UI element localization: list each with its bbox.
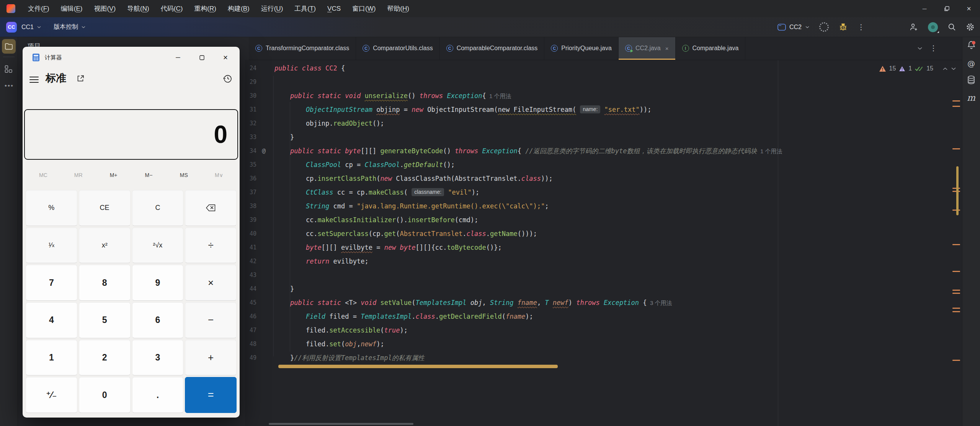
window-minimize-button[interactable]: ─ [913,0,936,17]
more-actions-icon[interactable]: ⋮ [858,24,865,31]
calc-key-+[interactable]: + [185,340,237,376]
calc-key-¹⁄ₓ[interactable]: ¹⁄x [26,228,77,264]
line-number: 32 [245,116,256,130]
project-badge[interactable]: CC [6,22,17,33]
menu-item-9[interactable]: 工具(T) [289,0,322,17]
code-line-45: public static <T> void setValue(Template… [274,296,672,310]
project-tool-window-button[interactable] [2,39,16,54]
calc-key-x²[interactable]: x² [79,228,131,264]
add-user-icon[interactable] [909,23,918,32]
menu-item-6[interactable]: 重构(R) [188,0,222,17]
line-number: 37 [245,185,256,199]
calc-key-7[interactable]: 7 [26,265,77,301]
menu-item-12[interactable]: 帮助(H) [381,0,415,17]
calc-key-−[interactable]: − [185,302,237,338]
vertical-scrollbar-thumb[interactable] [956,166,959,215]
menu-item-8[interactable]: 运行(U) [255,0,289,17]
memory-button-MC[interactable]: MC [26,169,61,182]
calc-minimize-button[interactable]: ─ [166,47,190,68]
tab-close-icon[interactable]: × [665,45,669,52]
code-line-44: } [274,282,294,296]
calc-key-4[interactable]: 4 [26,302,77,338]
next-problem-chevron-icon[interactable] [951,67,956,70]
horizontal-scrollbar-thumb[interactable] [278,365,558,368]
tab-PriorityQueue.java[interactable]: CPriorityQueue.java [544,37,619,60]
right-margin-guide [778,60,778,426]
calc-key-6[interactable]: 6 [132,302,184,338]
warning-triangle-icon [879,66,886,72]
calculator-window: 计算器 ─ ✕ 标准 0 MCMRM+M−MSM∨ %CEC¹⁄xx²²√x÷7… [23,47,240,418]
weak-warning-count: 1 [908,65,912,72]
chevron-down-icon[interactable] [81,26,86,29]
calculator-titlebar[interactable]: 计算器 ─ ✕ [23,47,240,68]
search-icon[interactable] [947,23,956,31]
avatar[interactable] [928,22,938,32]
calc-key-5[interactable]: 5 [79,302,131,338]
debug-bug-icon[interactable] [838,22,848,32]
gear-icon[interactable] [966,23,975,31]
menu-item-1[interactable]: 文件(F) [22,0,55,17]
calc-key-3[interactable]: 3 [132,340,184,376]
structure-tool-window-button[interactable] [5,65,13,73]
more-tool-windows-icon[interactable]: ••• [5,82,14,90]
tab-ComparatorUtils.class[interactable]: CComparatorUtils.class [356,37,439,60]
tab-ComparableComparator.class[interactable]: CComparableComparator.class [440,37,545,60]
calc-key-1[interactable]: 1 [26,340,77,376]
tab-list-chevron-icon[interactable] [917,37,923,60]
project-selector[interactable]: CC1 [21,24,34,31]
menu-item-3[interactable]: 视图(V) [88,0,121,17]
chevron-down-icon[interactable] [37,26,41,29]
calc-key-=[interactable]: = [185,377,237,413]
window-maximize-button[interactable] [936,0,958,17]
menu-item-4[interactable]: 导航(N) [121,0,155,17]
calc-key-CE[interactable]: CE [79,190,131,226]
memory-button-MS[interactable]: MS [166,169,201,182]
menu-item-5[interactable]: 代码(C) [155,0,189,17]
keep-on-top-icon[interactable] [76,74,85,84]
calc-key-8[interactable]: 8 [79,265,131,301]
intellij-logo-icon[interactable] [7,4,15,13]
calc-key-0[interactable]: 0 [79,377,131,413]
history-icon[interactable] [223,74,233,85]
calc-key-%[interactable]: % [26,190,77,226]
memory-button-M+[interactable]: M+ [96,169,131,182]
bottom-scrollbar[interactable] [269,423,413,425]
line-number: 46 [245,310,256,323]
ai-assistant-button[interactable]: @ [962,59,980,68]
maven-tool-window-button[interactable]: m [962,93,980,103]
vcs-widget[interactable]: 版本控制 [54,23,78,31]
previous-problem-chevron-icon[interactable] [942,67,948,70]
code-line-33: } [274,130,294,144]
tab-CC2.java[interactable]: CCC2.java× [619,37,676,60]
calc-close-button[interactable]: ✕ [214,47,237,68]
memory-button-M∨[interactable]: M∨ [201,169,237,182]
calc-key-⌫[interactable] [185,190,237,226]
database-tool-window-button[interactable] [962,75,980,85]
calc-key-÷[interactable]: ÷ [185,228,237,264]
calc-key-2[interactable]: 2 [79,340,131,376]
menu-item-11[interactable]: 窗口(W) [346,0,381,17]
inspections-widget[interactable]: 15 1 15 [879,64,957,74]
menu-item-7[interactable]: 构建(B) [222,0,255,17]
tab-TransformingComparator.class[interactable]: CTransformingComparator.class [249,37,356,60]
calc-key-×[interactable]: × [185,265,237,301]
calc-key-C[interactable]: C [132,190,184,226]
tab-options-kebab-icon[interactable]: ⋮ [930,37,937,60]
calc-key-9[interactable]: 9 [132,265,184,301]
memory-button-M−[interactable]: M− [131,169,166,182]
calc-key-²√x[interactable]: ²√x [132,228,184,264]
run-configuration-selector[interactable]: CC2 [777,24,810,31]
calc-key-.[interactable]: . [132,377,184,413]
calc-key-⁺⁄₋[interactable]: ⁺⁄₋ [26,377,77,413]
menu-item-2[interactable]: 编辑(E) [55,0,88,17]
chevron-down-icon [805,26,810,29]
tab-Comparable.java[interactable]: IComparable.java [676,37,746,60]
hamburger-menu-icon[interactable] [29,75,39,84]
code-editor[interactable]: 15 1 15 24293031323334@35363738394041424… [245,60,962,426]
memory-button-MR[interactable]: MR [61,169,96,182]
menu-item-10[interactable]: VCS [322,0,346,17]
notifications-button[interactable] [962,40,980,49]
gutter-annotation-icon[interactable]: @ [260,144,268,158]
window-close-button[interactable]: ✕ [958,0,980,17]
calc-maximize-button[interactable] [190,47,214,68]
